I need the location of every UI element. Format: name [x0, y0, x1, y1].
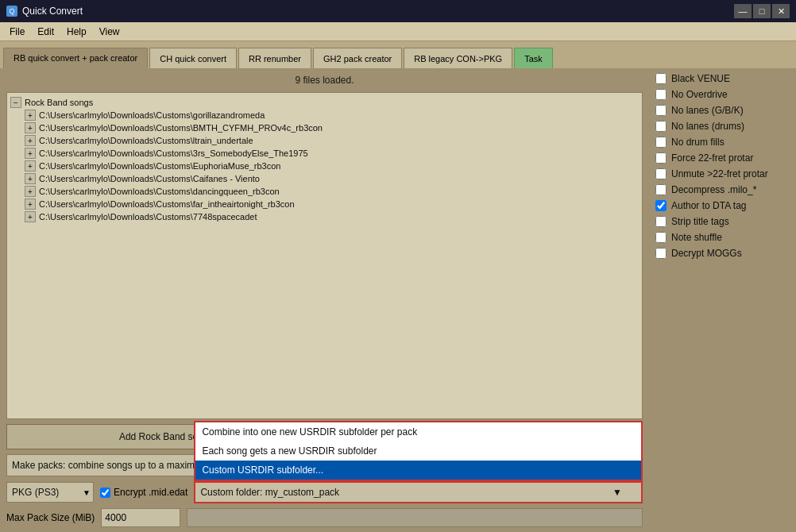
- folder-dropdown-menu: Combine into one new USRDIR subfolder pe…: [194, 421, 643, 481]
- tree-expand-item[interactable]: +: [25, 122, 36, 133]
- option-no-lanes-drums[interactable]: No lanes (drums): [655, 121, 790, 132]
- tree-expand-item[interactable]: +: [25, 110, 36, 121]
- maxpack-input[interactable]: [101, 508, 180, 527]
- checkbox-decrypt-moggs[interactable]: [655, 248, 667, 259]
- minimize-button[interactable]: —: [734, 4, 752, 18]
- list-item: + C:\Users\carlmylo\Downloads\Customs\Eu…: [10, 160, 639, 172]
- option-force-22-fret[interactable]: Force 22-fret protar: [655, 152, 790, 164]
- option-black-venue[interactable]: Black VENUE: [655, 73, 790, 84]
- list-item: + C:\Users\carlmylo\Downloads\Customs\77…: [10, 210, 639, 223]
- dropdown-option-1[interactable]: Each song gets a new USRDIR subfolder: [195, 441, 641, 461]
- tab-bar: RB quick convert + pack creator CH quick…: [0, 41, 796, 68]
- folder-dropdown-button[interactable]: Custom folder: my_custom_pack ▼: [194, 481, 643, 503]
- tab-ch-quick-convert[interactable]: CH quick convert: [149, 48, 237, 68]
- tree-expand-item[interactable]: +: [25, 160, 36, 172]
- checkbox-unmute-22-fret[interactable]: [655, 168, 667, 179]
- dropdown-arrow-icon: ▼: [612, 487, 622, 498]
- menu-edit[interactable]: Edit: [31, 25, 60, 39]
- tree-root-label: Rock Band songs: [25, 98, 93, 107]
- menu-view[interactable]: View: [93, 25, 126, 39]
- bottom-section: PKG (PS3) ▼ Encrypt .mid.edat Custom fol…: [6, 481, 643, 527]
- option-author-dta[interactable]: Author to DTA tag: [655, 200, 790, 211]
- format-select[interactable]: PKG (PS3): [6, 482, 94, 503]
- tree-expand-item[interactable]: +: [25, 199, 36, 210]
- dropdown-option-2[interactable]: Custom USRDIR subfolder...: [195, 461, 641, 480]
- option-strip-title[interactable]: Strip title tags: [655, 216, 790, 227]
- maximize-button[interactable]: □: [753, 4, 771, 18]
- checkbox-no-lanes-gbk[interactable]: [655, 105, 667, 116]
- left-panel: 9 files loaded. − Rock Band songs + C:\U…: [0, 68, 649, 532]
- tab-rr-renumber[interactable]: RR renumber: [238, 48, 311, 68]
- tab-gh2-pack[interactable]: GH2 pack creator: [313, 48, 402, 68]
- checkbox-note-shuffle[interactable]: [655, 232, 667, 243]
- song-tree[interactable]: − Rock Band songs + C:\Users\carlmylo\Do…: [6, 92, 643, 419]
- app-icon: Q: [6, 6, 17, 17]
- tab-rb-quick-convert[interactable]: RB quick convert + pack creator: [3, 48, 148, 68]
- encrypt-checkbox[interactable]: [100, 488, 110, 498]
- maxpack-row: Max Pack Size (MiB): [6, 508, 643, 527]
- option-no-drum-fills[interactable]: No drum fills: [655, 137, 790, 148]
- tree-expand-root[interactable]: −: [10, 97, 21, 108]
- option-no-overdrive[interactable]: No Overdrive: [655, 89, 790, 100]
- checkbox-author-dta[interactable]: [655, 200, 667, 211]
- checkbox-no-lanes-drums[interactable]: [655, 121, 667, 132]
- right-panel: Black VENUE No Overdrive No lanes (G/B/K…: [649, 68, 796, 532]
- format-row: PKG (PS3) ▼ Encrypt .mid.edat Custom fol…: [6, 481, 643, 503]
- progress-bar: [187, 508, 643, 527]
- close-button[interactable]: ✕: [772, 4, 790, 18]
- dropdown-option-0[interactable]: Combine into one new USRDIR subfolder pe…: [195, 422, 641, 441]
- option-unmute-22-fret[interactable]: Unmute >22-fret protar: [655, 168, 790, 179]
- tree-expand-item[interactable]: +: [25, 135, 36, 146]
- maxpack-label: Max Pack Size (MiB): [6, 512, 95, 523]
- files-loaded-label: 9 files loaded.: [6, 73, 643, 87]
- main-content: 9 files loaded. − Rock Band songs + C:\U…: [0, 68, 796, 532]
- option-no-lanes-gbk[interactable]: No lanes (G/B/K): [655, 105, 790, 116]
- list-item: + C:\Users\carlmylo\Downloads\Customs\Ca…: [10, 172, 639, 185]
- menu-help[interactable]: Help: [60, 25, 93, 39]
- app-title: Quick Convert: [22, 6, 83, 17]
- menu-bar: File Edit Help View: [0, 22, 796, 41]
- tree-expand-item[interactable]: +: [25, 211, 36, 222]
- option-decompress-milo[interactable]: Decompress .milo_*: [655, 184, 790, 195]
- list-item: + C:\Users\carlmylo\Downloads\Customs\3r…: [10, 147, 639, 160]
- menu-file[interactable]: File: [3, 25, 31, 39]
- checkbox-decompress-milo[interactable]: [655, 184, 667, 195]
- option-decrypt-moggs[interactable]: Decrypt MOGGs: [655, 248, 790, 259]
- tree-expand-item[interactable]: +: [25, 186, 36, 197]
- checkbox-black-venue[interactable]: [655, 73, 667, 84]
- tab-rb-legacy[interactable]: RB legacy CON->PKG: [404, 48, 512, 68]
- checkbox-strip-title[interactable]: [655, 216, 667, 227]
- encrypt-checkbox-label[interactable]: Encrypt .mid.edat: [100, 487, 187, 498]
- list-item: + C:\Users\carlmylo\Downloads\Customs\BM…: [10, 121, 639, 134]
- list-item: + C:\Users\carlmylo\Downloads\Customs\go…: [10, 109, 639, 121]
- checkbox-no-overdrive[interactable]: [655, 89, 667, 100]
- list-item: + C:\Users\carlmylo\Downloads\Customs\fa…: [10, 198, 639, 210]
- list-item: + C:\Users\carlmylo\Downloads\Customs\da…: [10, 185, 639, 198]
- tab-task[interactable]: Task: [514, 48, 553, 68]
- tree-expand-item[interactable]: +: [25, 148, 36, 159]
- checkbox-force-22-fret[interactable]: [655, 152, 667, 164]
- checkbox-no-drum-fills[interactable]: [655, 137, 667, 148]
- title-bar: Q Quick Convert — □ ✕: [0, 0, 796, 22]
- folder-dropdown-container: Custom folder: my_custom_pack ▼ Combine …: [194, 481, 643, 503]
- list-item: + C:\Users\carlmylo\Downloads\Customs\lt…: [10, 134, 639, 147]
- tree-expand-item[interactable]: +: [25, 173, 36, 184]
- option-note-shuffle[interactable]: Note shuffle: [655, 232, 790, 243]
